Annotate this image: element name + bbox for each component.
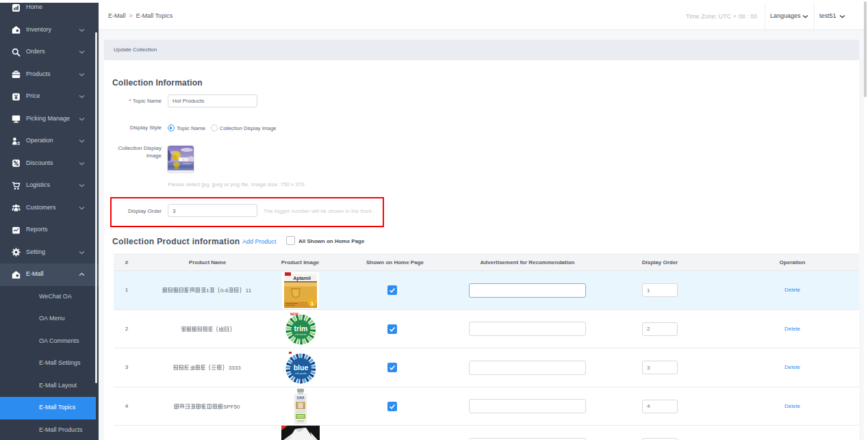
svg-text:milk powder: milk powder bbox=[294, 333, 307, 336]
svg-text:1: 1 bbox=[310, 300, 314, 306]
svg-text:trim: trim bbox=[294, 324, 307, 333]
svg-text:SPF50: SPF50 bbox=[223, 404, 240, 410]
svg-text:NEW: NEW bbox=[290, 312, 298, 316]
svg-text:3333: 3333 bbox=[229, 365, 241, 371]
svg-text:milk powder: milk powder bbox=[294, 372, 307, 374]
svg-text:Aptamil: Aptamil bbox=[293, 276, 311, 281]
svg-text:blue: blue bbox=[293, 363, 308, 371]
svg-text:11: 11 bbox=[246, 287, 252, 294]
svg-text:1: 1 bbox=[206, 287, 209, 294]
svg-text:GAIA: GAIA bbox=[296, 396, 305, 400]
svg-text:0-6: 0-6 bbox=[220, 287, 229, 294]
